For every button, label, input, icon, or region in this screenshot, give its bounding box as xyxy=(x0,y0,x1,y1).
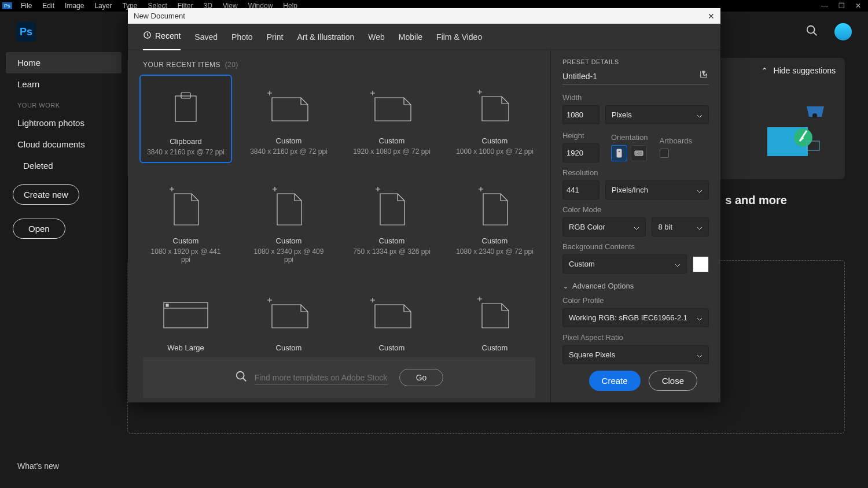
preset-card[interactable]: Custom750 x 1334 px @ 326 ppi xyxy=(345,175,438,270)
create-new-button[interactable]: Create new xyxy=(13,184,79,205)
sidebar-item-whatsnew[interactable]: What's new xyxy=(17,461,59,471)
svg-rect-7 xyxy=(175,96,196,121)
resolution-input[interactable] xyxy=(562,180,599,199)
tab-mobile[interactable]: Mobile xyxy=(399,24,422,50)
bg-swatch[interactable] xyxy=(693,256,709,272)
advanced-options-toggle[interactable]: ⌄Advanced Options xyxy=(562,282,709,290)
tab-web[interactable]: Web xyxy=(368,24,385,50)
sidebar-item-home[interactable]: Home xyxy=(6,52,122,73)
menu-image[interactable]: Image xyxy=(60,2,89,10)
go-button[interactable]: Go xyxy=(399,369,444,386)
width-unit-select[interactable]: Pixels xyxy=(605,105,709,124)
colormode-select[interactable]: RGB Color xyxy=(562,217,646,236)
menu-edit[interactable]: Edit xyxy=(37,2,60,10)
svg-point-12 xyxy=(236,372,244,379)
menu-file[interactable]: File xyxy=(16,2,37,10)
card-title: Custom xyxy=(173,236,199,245)
dialog-title-bar[interactable]: New Document ✕ xyxy=(128,8,720,24)
card-title: Custom xyxy=(482,136,508,145)
color-profile-select[interactable]: Working RGB: sRGB IEC61966-2.1 xyxy=(562,308,709,327)
artboards-checkbox[interactable] xyxy=(660,149,669,158)
window-restore-icon[interactable]: ❐ xyxy=(838,2,845,10)
doc-sq-icon xyxy=(469,87,521,127)
height-input[interactable] xyxy=(562,143,599,162)
chevron-down-icon xyxy=(634,224,639,230)
tab-recent[interactable]: Recent xyxy=(143,23,181,51)
resolution-unit-select[interactable]: Pixels/Inch xyxy=(605,180,709,199)
card-title: Custom xyxy=(379,236,405,245)
bitdepth-select[interactable]: 8 bit xyxy=(652,217,709,236)
ps-badge: Ps xyxy=(2,2,12,9)
card-meta: 1080 x 2340 px @ 409 ppi xyxy=(249,247,329,264)
preset-card[interactable]: Custom xyxy=(345,282,438,357)
card-title: Custom xyxy=(276,343,302,352)
open-button[interactable]: Open xyxy=(13,219,65,239)
tab-print[interactable]: Print xyxy=(267,24,284,50)
sidebar-item-lightroom[interactable]: Lightroom photos xyxy=(0,112,127,134)
svg-point-5 xyxy=(812,113,817,118)
preset-card[interactable]: Clipboard3840 x 2160 px @ 72 ppi xyxy=(139,75,232,163)
avatar[interactable] xyxy=(834,23,852,40)
hide-suggestions-toggle[interactable]: ⌄Hide suggestions xyxy=(761,66,836,75)
width-input[interactable] xyxy=(562,105,599,124)
chevron-down-icon xyxy=(697,187,703,193)
doc-port-icon xyxy=(366,187,418,227)
tab-film[interactable]: Film & Video xyxy=(436,24,482,50)
preset-card[interactable]: Custom1080 x 2340 px @ 72 ppi xyxy=(448,175,541,270)
card-title: Custom xyxy=(482,343,508,352)
bg-select[interactable]: Custom xyxy=(562,254,687,273)
sidebar-item-learn[interactable]: Learn xyxy=(0,73,127,95)
clock-icon xyxy=(143,31,152,41)
preset-card[interactable]: Custom xyxy=(242,282,335,357)
card-meta: 3840 x 2160 px @ 72 ppi xyxy=(250,147,328,156)
card-meta: 1000 x 1000 px @ 72 ppi xyxy=(456,147,534,156)
card-title: Custom xyxy=(482,236,508,245)
photoshop-logo: Ps xyxy=(16,22,36,42)
orientation-landscape-button[interactable] xyxy=(631,145,647,161)
doc-land-icon xyxy=(263,87,315,127)
search-icon[interactable] xyxy=(806,24,818,39)
preset-card[interactable]: Custom1000 x 1000 px @ 72 ppi xyxy=(448,75,541,163)
pixel-aspect-select[interactable]: Square Pixels xyxy=(562,345,709,364)
tab-saved[interactable]: Saved xyxy=(194,24,218,50)
browser-icon xyxy=(160,294,212,334)
doc-port-icon xyxy=(263,187,315,227)
svg-line-1 xyxy=(814,32,817,36)
card-title: Web Large xyxy=(167,343,204,352)
sidebar-item-cloud[interactable]: Cloud documents xyxy=(0,134,127,155)
window-minimize-icon[interactable]: — xyxy=(821,2,828,10)
close-button[interactable]: Close xyxy=(649,371,697,391)
preset-card[interactable]: Custom1920 x 1080 px @ 72 ppi xyxy=(345,75,438,163)
preset-card[interactable]: Custom1080 x 1920 px @ 441 ppi xyxy=(139,175,232,270)
tab-photo[interactable]: Photo xyxy=(231,24,253,50)
preset-card[interactable]: Custom1080 x 2340 px @ 409 ppi xyxy=(242,175,335,270)
clipboard-icon xyxy=(160,87,212,128)
create-button[interactable]: Create xyxy=(589,371,641,391)
sidebar-item-deleted[interactable]: Deleted xyxy=(0,155,127,176)
preset-details-heading: PRESET DETAILS xyxy=(562,58,709,65)
template-search-input[interactable] xyxy=(255,371,388,385)
svg-rect-9 xyxy=(164,302,208,328)
save-preset-icon[interactable] xyxy=(698,70,709,82)
preset-name-input[interactable] xyxy=(562,72,698,81)
dialog-close-icon[interactable]: ✕ xyxy=(708,12,715,21)
preset-card[interactable]: Custom xyxy=(448,282,541,357)
chevron-up-icon: ⌄ xyxy=(761,66,768,75)
doc-land-icon xyxy=(366,294,418,334)
menu-layer[interactable]: Layer xyxy=(89,2,117,10)
doc-port-icon xyxy=(469,187,521,227)
height-label: Height xyxy=(562,131,599,140)
width-label: Width xyxy=(562,93,709,102)
card-title: Custom xyxy=(379,343,405,352)
window-close-icon[interactable]: ✕ xyxy=(855,2,861,10)
svg-point-0 xyxy=(807,26,815,34)
orientation-label: Orientation xyxy=(611,133,648,142)
preset-card[interactable]: Custom3840 x 2160 px @ 72 ppi xyxy=(242,75,335,163)
preset-card[interactable]: Web Large xyxy=(139,282,232,357)
doc-land-icon xyxy=(263,294,315,334)
card-title: Custom xyxy=(276,236,302,245)
orientation-portrait-button[interactable] xyxy=(611,145,627,161)
tab-art[interactable]: Art & Illustration xyxy=(297,24,354,50)
colormode-label: Color Mode xyxy=(562,205,709,214)
chevron-down-icon xyxy=(697,315,703,321)
